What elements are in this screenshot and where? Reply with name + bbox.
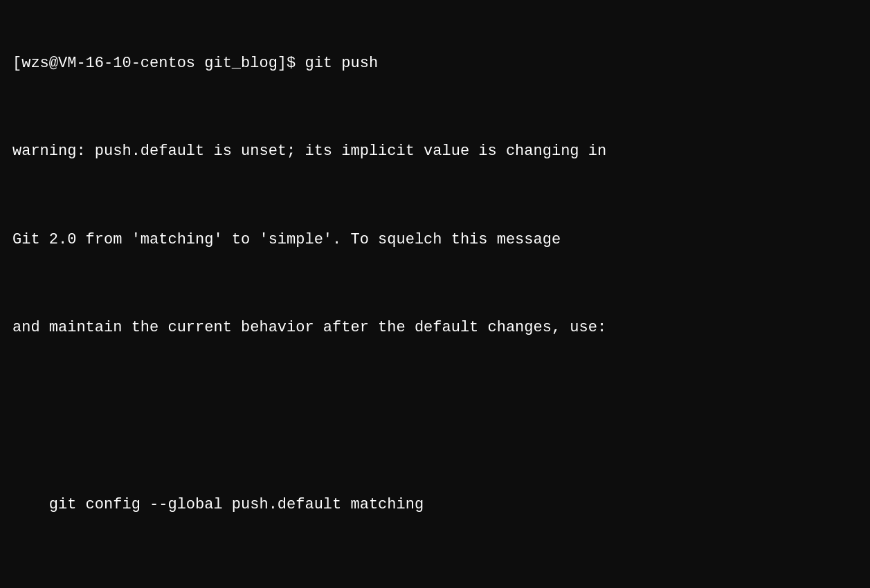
terminal-line-6: git config --global push.default matchin… [12,494,858,516]
terminal-line-1: [wzs@VM-16-10-centos git_blog]$ git push [12,53,858,75]
terminal-line-7 [12,582,858,588]
terminal-line-4: and maintain the current behavior after … [12,317,858,339]
terminal-line-3: Git 2.0 from 'matching' to 'simple'. To … [12,229,858,251]
terminal-line-5 [12,405,858,428]
terminal-window: [wzs@VM-16-10-centos git_blog]$ git push… [0,0,870,588]
terminal-line-2: warning: push.default is unset; its impl… [12,140,858,163]
